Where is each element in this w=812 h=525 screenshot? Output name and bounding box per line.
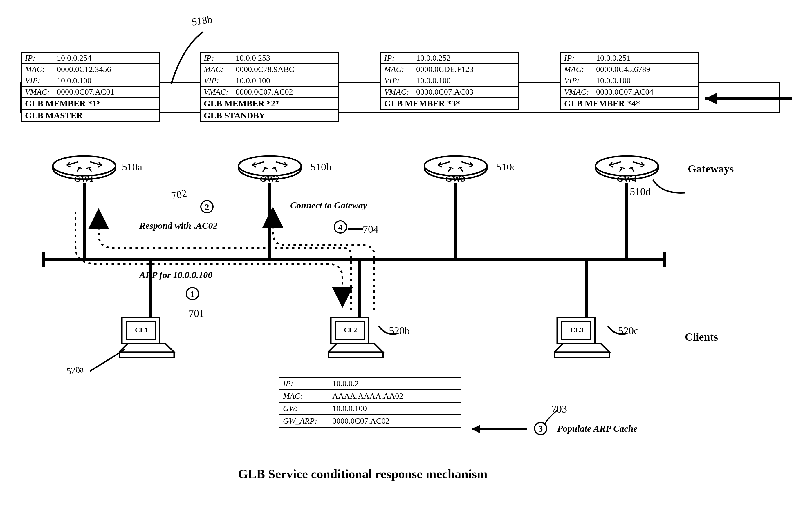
gw2-vmac: 0000.0C07.AC02: [236, 87, 293, 96]
gw4-mac: 0000.0C45.6789: [596, 65, 650, 74]
gw2-member: GLB MEMBER *2*: [201, 98, 338, 110]
step4-text: Connect to Gateway: [290, 200, 367, 211]
gw4-vmac: 0000.0C07.AC04: [596, 87, 654, 96]
step1-text: ARP for 10.0.0.100: [139, 270, 213, 280]
gw1-ip: 10.0.0.254: [57, 53, 91, 62]
label-mac: MAC:: [25, 65, 57, 74]
gw4-ip: 10.0.0.251: [596, 53, 630, 62]
step1-ref: 701: [189, 307, 204, 319]
gw2-role: GLB STANDBY: [201, 110, 338, 121]
step2-circle: 2: [200, 200, 214, 213]
gw2-ip: 10.0.0.253: [236, 53, 270, 62]
step4-leader: [348, 226, 366, 235]
gateway-box-3: IP:10.0.0.252 MAC:0000.0CDE.F123 VIP:10.…: [380, 51, 520, 110]
cl-detail-gwarp: 0000.0C07.AC02: [332, 416, 390, 425]
gw4-member: GLB MEMBER *4*: [561, 98, 698, 109]
figure-caption: GLB Service conditional response mechani…: [238, 467, 488, 481]
label-vmac: VMAC:: [25, 87, 57, 96]
cl1-ref: 520a: [66, 364, 84, 376]
vip-arrow-icon: [699, 90, 795, 107]
label-vip: VIP:: [25, 76, 57, 85]
gateway-box-2: IP:10.0.0.253 MAC:0000.0C78.9ABC VIP:10.…: [200, 51, 339, 122]
client-detail-box: IP:10.0.0.2 MAC:AAAA.AAAA.AA02 GW:10.0.0…: [279, 377, 461, 427]
svg-marker-19: [472, 425, 480, 433]
cl-detail-gw: 10.0.0.100: [332, 404, 367, 413]
gw1-mac: 0000.0C12.3456: [57, 65, 111, 74]
client-icon-cl3: [554, 315, 612, 361]
gateway-box-4: IP:10.0.0.251 MAC:0000.0C45.6789 VIP:10.…: [560, 51, 699, 110]
gw2-vip: 10.0.0.100: [236, 76, 270, 85]
annotation-518b-leader: [162, 29, 215, 87]
gw3-member: GLB MEMBER *3*: [381, 98, 518, 109]
gw1-role: GLB MASTER: [22, 110, 159, 121]
flow-arrows: [38, 180, 444, 325]
cl-detail-ip: 10.0.0.2: [332, 379, 359, 388]
gw3-vip: 10.0.0.100: [416, 76, 451, 85]
cl3-ref-leader: [607, 325, 630, 342]
gw1-vmac: 0000.0C07.AC01: [57, 87, 114, 96]
gw3-ip: 10.0.0.252: [416, 53, 451, 62]
cl-detail-mac: AAAA.AAAA.AA02: [332, 391, 403, 400]
gw2-ref: 510b: [310, 161, 331, 173]
cl2-name: CL2: [344, 326, 357, 334]
gw1-vip: 10.0.0.100: [57, 76, 91, 85]
gw1-ref: 510a: [122, 161, 142, 173]
label-ip: IP:: [25, 53, 57, 63]
step1-circle: 1: [186, 287, 199, 300]
step2-text: Respond with .AC02: [139, 220, 217, 231]
cl2-ref-leader: [377, 325, 401, 342]
gw1-member: GLB MEMBER *1*: [22, 98, 159, 110]
gw3-vmac: 0000.0C07.AC03: [416, 87, 474, 96]
section-clients: Clients: [685, 330, 718, 343]
step3-text: Populate ARP Cache: [557, 423, 638, 434]
svg-marker-1: [705, 93, 717, 104]
cl3-name: CL3: [570, 326, 583, 334]
step3-ref-leader: [543, 409, 560, 426]
gateway-box-1: IP:10.0.0.254 MAC:0000.0C12.3456 VIP:10.…: [21, 51, 160, 122]
cl1-ref-leader: [87, 348, 128, 374]
cl1-name: CL1: [135, 326, 148, 334]
annotation-518b: 518b: [191, 13, 213, 28]
step3-arrow-icon: [463, 423, 533, 435]
client-icon-cl1: [119, 315, 177, 361]
gw4-vip: 10.0.0.100: [596, 76, 630, 85]
gw2-mac: 0000.0C78.9ABC: [236, 65, 294, 74]
step4-circle: 4: [334, 220, 347, 234]
gw3-mac: 0000.0CDE.F123: [416, 65, 474, 74]
gw3-ref: 510c: [496, 161, 517, 173]
section-gateways: Gateways: [688, 162, 734, 175]
